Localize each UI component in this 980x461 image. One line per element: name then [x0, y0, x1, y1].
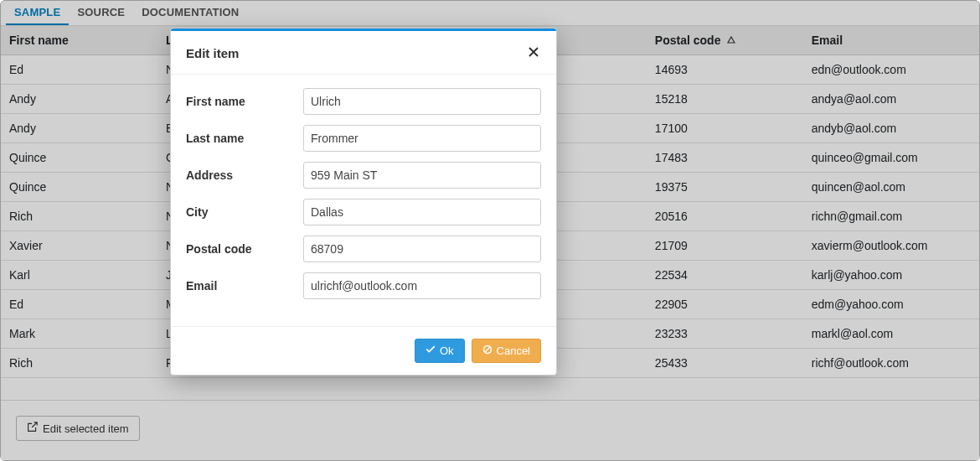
input-address[interactable] — [303, 162, 541, 189]
cell-fn: Ed — [1, 55, 157, 85]
column-header-postal-code-label: Postal code — [655, 34, 721, 47]
tab-documentation[interactable]: DOCUMENTATION — [133, 1, 247, 25]
input-first-name[interactable] — [303, 88, 541, 115]
column-header-postal-code[interactable]: Postal code — [647, 26, 803, 55]
cell-pc: 25433 — [647, 349, 803, 378]
label-last-name: Last name — [186, 132, 303, 145]
edit-item-dialog: Edit item First name Last name Address C… — [170, 28, 557, 376]
label-postal-code: Postal code — [186, 242, 303, 256]
sort-asc-icon — [727, 36, 735, 46]
label-first-name: First name — [186, 95, 303, 108]
label-address: Address — [186, 168, 303, 182]
input-email[interactable] — [303, 272, 541, 299]
label-email: Email — [186, 279, 303, 293]
cell-fn: Andy — [1, 114, 157, 143]
edit-icon — [27, 422, 38, 435]
cancel-label: Cancel — [497, 344, 530, 357]
edit-selected-button[interactable]: Edit selected item — [16, 416, 140, 441]
cell-em: andyb@aol.com — [803, 114, 979, 143]
dialog-footer: Ok Cancel — [171, 326, 556, 375]
cell-pc: 14693 — [647, 55, 803, 85]
dialog-body: First name Last name Address City Postal… — [171, 75, 556, 326]
cell-fn: Xavier — [1, 231, 157, 261]
cell-fn: Andy — [1, 85, 157, 114]
cell-em: edn@outlook.com — [803, 55, 979, 85]
cell-em: quinceo@gmail.com — [803, 143, 979, 173]
column-header-email[interactable]: Email — [803, 26, 979, 55]
cell-fn: Karl — [1, 261, 157, 290]
cancel-button[interactable]: Cancel — [472, 339, 541, 363]
dialog-header: Edit item — [171, 31, 556, 75]
cell-em: markl@aol.com — [803, 319, 979, 349]
cell-pc: 23233 — [647, 319, 803, 349]
cell-pc: 15218 — [647, 85, 803, 114]
ban-icon — [482, 344, 493, 357]
ok-label: Ok — [440, 344, 454, 357]
cell-fn: Rich — [1, 202, 157, 231]
tab-source[interactable]: SOURCE — [69, 1, 133, 25]
cell-em: richn@gmail.com — [803, 202, 979, 231]
cell-fn: Mark — [1, 319, 157, 349]
input-postal-code[interactable] — [303, 236, 541, 262]
cell-em: karlj@yahoo.com — [803, 261, 979, 290]
cell-pc: 17483 — [647, 143, 803, 173]
cell-fn: Rich — [1, 349, 157, 378]
ok-button[interactable]: Ok — [415, 339, 465, 363]
cell-em: richf@outlook.com — [803, 349, 979, 378]
cell-em: xavierm@outlook.com — [803, 231, 979, 261]
input-city[interactable] — [303, 199, 541, 225]
check-icon — [426, 344, 436, 357]
cell-em: edm@yahoo.com — [803, 290, 979, 319]
cell-pc: 17100 — [647, 114, 803, 143]
close-icon — [528, 46, 539, 60]
cell-pc: 19375 — [647, 173, 803, 202]
cell-pc: 22905 — [647, 290, 803, 319]
label-city: City — [186, 205, 303, 219]
tab-sample[interactable]: SAMPLE — [6, 1, 69, 25]
close-button[interactable] — [526, 44, 541, 62]
dialog-title: Edit item — [186, 46, 239, 60]
input-last-name[interactable] — [303, 125, 541, 152]
edit-selected-label: Edit selected item — [43, 422, 129, 435]
cell-pc: 20516 — [647, 202, 803, 231]
cell-em: quincen@aol.com — [803, 173, 979, 202]
column-header-first-name[interactable]: First name — [1, 26, 157, 55]
cell-fn: Ed — [1, 290, 157, 319]
tab-bar: SAMPLE SOURCE DOCUMENTATION — [1, 1, 979, 26]
cell-pc: 22534 — [647, 261, 803, 290]
cell-fn: Quince — [1, 173, 157, 202]
cell-fn: Quince — [1, 143, 157, 173]
cell-pc: 21709 — [647, 231, 803, 261]
cell-em: andya@aol.com — [803, 85, 979, 114]
footer-bar: Edit selected item — [1, 400, 979, 460]
